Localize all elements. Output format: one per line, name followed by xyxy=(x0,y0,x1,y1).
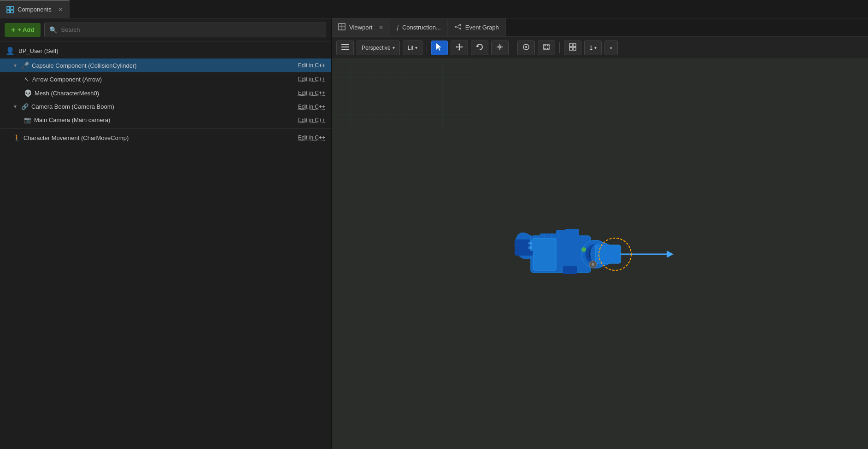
cameraboom-label: Camera Boom (Camera Boom) xyxy=(31,103,295,110)
tree-item-maincamera[interactable]: 📷 Main Camera (Main camera) Edit in C++ xyxy=(0,113,331,127)
cameraboom-edit-cpp[interactable]: Edit in C++ xyxy=(298,104,325,110)
toolbar-separator-3 xyxy=(559,42,560,53)
maincamera-icon: 📷 xyxy=(24,117,31,123)
tab-components[interactable]: Components ✕ xyxy=(0,0,70,18)
grid-icon xyxy=(569,43,576,52)
svg-point-31 xyxy=(545,45,546,47)
tab-components-close[interactable]: ✕ xyxy=(58,6,63,13)
viewport-toolbar: Perspective ▾ Lit ▾ xyxy=(332,37,868,59)
cameraboom-icon: 🔗 xyxy=(21,103,29,110)
tree-item-arrow[interactable]: ↖ Arrow Component (Arrow) Edit in C++ xyxy=(0,72,331,86)
svg-rect-36 xyxy=(573,44,576,47)
search-box: 🔍 xyxy=(44,23,326,37)
viewport-tab-icon xyxy=(338,23,346,32)
viewport-canvas[interactable] xyxy=(332,59,868,449)
capsule-label: Capsule Component (CollisionCylinder) xyxy=(32,62,295,69)
translate-tool-button[interactable] xyxy=(451,41,468,55)
tree-item-charactermovement[interactable]: 🚶 Character Movement (CharMoveComp) Edit… xyxy=(0,131,331,145)
chevron-down-icon: ▼ xyxy=(13,63,18,68)
scene-svg xyxy=(503,190,697,319)
construction-tab-icon: f xyxy=(397,24,399,31)
viewport-tab-close[interactable]: ✕ xyxy=(379,24,383,31)
capsule-icon: 🎤 xyxy=(21,62,29,69)
perspective-button[interactable]: Perspective ▾ xyxy=(357,41,400,55)
svg-rect-2 xyxy=(7,10,10,13)
tab-viewport[interactable]: Viewport ✕ xyxy=(332,18,390,36)
grid-view-button[interactable] xyxy=(564,41,581,55)
num-chevron-icon: ▾ xyxy=(594,45,597,50)
num-label: 1 xyxy=(589,45,592,51)
add-button-label: + Add xyxy=(18,26,34,33)
viewport-menu-button[interactable] xyxy=(336,41,354,55)
tree-item-cameraboom[interactable]: ▼ 🔗 Camera Boom (Camera Boom) Edit in C+… xyxy=(0,100,331,113)
add-plus-icon: + xyxy=(11,26,15,34)
perspective-chevron-icon: ▾ xyxy=(393,45,395,50)
viewport-3d-scene xyxy=(332,59,868,449)
root-person-icon: 👤 xyxy=(6,47,15,55)
more-icon: » xyxy=(610,45,613,51)
mesh-icon: 💀 xyxy=(24,89,32,97)
tab-construction[interactable]: f Construction... xyxy=(390,18,447,36)
tab-eventgraph[interactable]: Event Graph xyxy=(448,18,506,36)
lit-button[interactable]: Lit ▾ xyxy=(403,41,423,55)
svg-rect-51 xyxy=(563,266,577,274)
svg-rect-59 xyxy=(540,233,568,238)
svg-rect-35 xyxy=(569,44,572,47)
scale-icon xyxy=(496,43,504,52)
add-component-button[interactable]: + + Add xyxy=(5,23,41,37)
eventgraph-tab-icon xyxy=(454,23,462,32)
svg-rect-0 xyxy=(7,6,10,9)
svg-rect-23 xyxy=(499,46,501,48)
svg-line-11 xyxy=(457,27,459,28)
tab-components-label: Components xyxy=(18,6,52,13)
svg-point-8 xyxy=(459,24,461,26)
right-panel: Viewport ✕ f Construction... Event xyxy=(332,18,868,449)
charactermovement-edit-cpp[interactable]: Edit in C++ xyxy=(298,134,325,141)
svg-rect-65 xyxy=(528,246,532,249)
svg-marker-50 xyxy=(667,251,674,258)
snap2-button[interactable] xyxy=(538,41,555,55)
svg-marker-15 xyxy=(436,43,441,51)
cursor-icon xyxy=(436,43,443,52)
maincamera-edit-cpp[interactable]: Edit in C++ xyxy=(298,117,325,123)
svg-rect-37 xyxy=(569,47,572,50)
move-icon xyxy=(456,43,463,52)
svg-rect-30 xyxy=(544,44,549,50)
svg-rect-1 xyxy=(11,6,13,9)
search-input[interactable] xyxy=(61,26,321,33)
main-layout: + + Add 🔍 👤 BP_User (Self) ▼ 🎤 Capsule C… xyxy=(0,18,868,449)
chevron-down-icon-2: ▼ xyxy=(13,104,18,109)
arrow-label: Arrow Component (Arrow) xyxy=(32,76,295,83)
svg-marker-19 xyxy=(458,49,460,51)
svg-rect-38 xyxy=(573,47,576,50)
rotate-tool-button[interactable] xyxy=(471,41,488,55)
scale-tool-button[interactable] xyxy=(491,41,509,55)
viewport-tab-bar: Viewport ✕ f Construction... Event xyxy=(332,18,868,37)
tree-item-mesh[interactable]: 💀 Mesh (CharacterMesh0) Edit in C++ xyxy=(0,86,331,100)
capsule-edit-cpp[interactable]: Edit in C++ xyxy=(298,62,325,69)
svg-rect-3 xyxy=(11,10,13,13)
search-icon: 🔍 xyxy=(49,26,57,34)
mesh-label: Mesh (CharacterMesh0) xyxy=(35,90,295,97)
svg-rect-48 xyxy=(595,245,621,263)
toolbar-separator-1 xyxy=(427,42,427,53)
lit-chevron-icon: ▾ xyxy=(415,45,417,50)
arrow-edit-cpp[interactable]: Edit in C++ xyxy=(298,76,325,82)
svg-point-52 xyxy=(581,247,586,252)
tree-root-item: 👤 BP_User (Self) xyxy=(0,43,331,58)
svg-point-29 xyxy=(525,46,527,48)
viewport-num-button[interactable]: 1 ▾ xyxy=(584,41,602,55)
toolbar-separator-2 xyxy=(513,42,513,53)
snap1-button[interactable] xyxy=(517,41,535,55)
svg-point-9 xyxy=(459,28,461,29)
more-button[interactable]: » xyxy=(604,41,618,55)
charactermovement-icon: 🚶 xyxy=(13,134,21,141)
svg-point-58 xyxy=(592,263,594,266)
component-tree: 👤 BP_User (Self) ▼ 🎤 Capsule Component (… xyxy=(0,41,331,449)
maincamera-label: Main Camera (Main camera) xyxy=(34,117,295,123)
svg-marker-18 xyxy=(458,43,460,45)
mesh-edit-cpp[interactable]: Edit in C++ xyxy=(298,90,325,96)
root-item-label: BP_User (Self) xyxy=(18,47,59,54)
cursor-tool-button[interactable] xyxy=(431,41,448,55)
tree-item-capsule[interactable]: ▼ 🎤 Capsule Component (CollisionCylinder… xyxy=(0,58,331,72)
